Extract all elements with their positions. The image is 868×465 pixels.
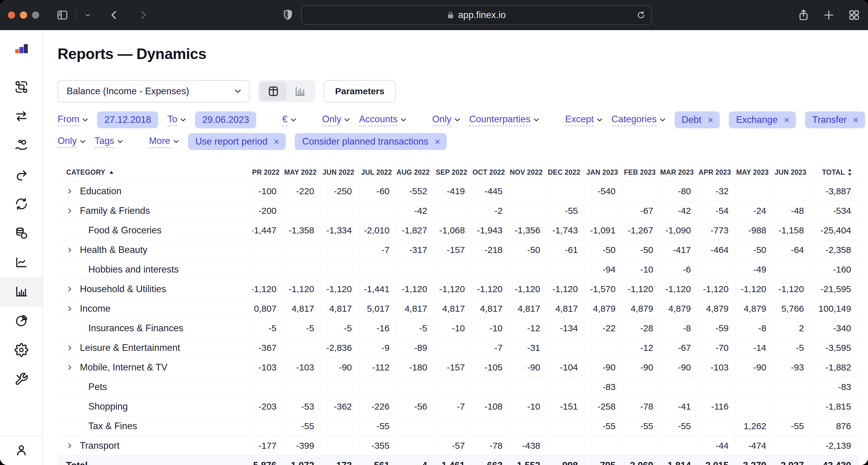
- expand-chevron-icon[interactable]: [66, 364, 73, 371]
- debts-icon: [14, 138, 28, 153]
- close-window-button[interactable]: [8, 11, 15, 19]
- sidebar-item-structure-report[interactable]: [0, 307, 42, 336]
- value-cell: -180: [396, 358, 434, 377]
- sidebar-item-structure[interactable]: [0, 73, 42, 102]
- category-cell[interactable]: Pets: [58, 377, 252, 397]
- sidebar-toggle-icon[interactable]: [56, 9, 69, 22]
- value-cell: -64: [773, 240, 811, 260]
- sidebar-item-settings[interactable]: [0, 336, 42, 365]
- expand-chevron-icon[interactable]: [66, 188, 73, 195]
- privacy-shield-icon[interactable]: [282, 9, 293, 21]
- filter-link-label: From: [58, 114, 79, 126]
- filter-link-only[interactable]: Only: [322, 114, 350, 126]
- sidebar-item-debts[interactable]: [0, 131, 42, 161]
- filter-link-only[interactable]: Only: [58, 135, 86, 148]
- category-label: Tax & Fines: [88, 421, 137, 432]
- expand-chevron-icon[interactable]: [66, 305, 73, 312]
- category-cell[interactable]: Transport: [58, 436, 252, 456]
- category-label: Health & Beauty: [80, 244, 147, 255]
- category-cell[interactable]: Mobile, Internet & TV: [58, 358, 252, 377]
- value-cell: [547, 377, 585, 397]
- filter-link-counterparties[interactable]: Counterparties: [469, 114, 539, 126]
- table-view-button[interactable]: [260, 82, 287, 101]
- date-pill-29-06-2023[interactable]: 29.06.2023: [195, 111, 256, 128]
- category-cell[interactable]: Family & Friends: [58, 201, 252, 221]
- expand-chevron-icon[interactable]: [66, 207, 73, 214]
- sidebar-item-currencies[interactable]: [0, 219, 42, 248]
- minimize-window-button[interactable]: [20, 11, 27, 19]
- chevron-down-icon: [401, 118, 406, 122]
- filter-link-except[interactable]: Except: [565, 114, 602, 126]
- reload-icon[interactable]: [636, 10, 646, 20]
- date-pill-27-12-2018[interactable]: 27.12.2018: [97, 111, 158, 128]
- value-cell: [509, 201, 547, 221]
- sidebar-item-dynamics-report[interactable]: [0, 277, 42, 307]
- sidebar-item-trends[interactable]: [0, 248, 42, 277]
- category-cell[interactable]: Education: [58, 181, 252, 201]
- expand-chevron-icon[interactable]: [66, 246, 73, 254]
- filter-tag-debt: Debt: [675, 111, 720, 128]
- category-row-income: Income0,8074,8174,8175,0174,8174,8174,81…: [58, 299, 859, 319]
- back-button[interactable]: [108, 9, 120, 21]
- remove-tag-button[interactable]: [273, 138, 280, 145]
- sidebar-dropdown-chevron-icon[interactable]: [84, 12, 91, 19]
- column-header-total[interactable]: TOTAL: [811, 163, 859, 181]
- forward-button[interactable]: [137, 9, 149, 21]
- category-cell[interactable]: Income: [58, 299, 252, 319]
- remove-tag-button[interactable]: [852, 117, 859, 123]
- category-cell[interactable]: Household & Utilities: [58, 279, 252, 299]
- column-header-category[interactable]: CATEGORY: [58, 163, 252, 181]
- zoom-window-button[interactable]: [32, 11, 39, 19]
- value-cell: -80: [660, 181, 698, 201]
- chart-view-button[interactable]: [287, 82, 313, 101]
- sidebar: [0, 30, 43, 465]
- category-cell[interactable]: Insurances & Finances: [58, 319, 252, 338]
- filter-link-tags[interactable]: Tags: [95, 135, 123, 148]
- currencies-icon: [14, 226, 28, 241]
- filter-link-accounts[interactable]: Accounts: [359, 114, 406, 126]
- tab-overview-icon[interactable]: [848, 9, 860, 21]
- filter-link-more[interactable]: More: [149, 135, 179, 148]
- value-cell: -1,120: [321, 279, 359, 299]
- remove-tag-button[interactable]: [434, 138, 441, 145]
- category-cell[interactable]: Shopping: [58, 397, 252, 417]
- filter-link-to[interactable]: To: [167, 114, 186, 126]
- remove-tag-button[interactable]: [707, 117, 714, 123]
- category-cell[interactable]: Hobbies and interests: [58, 260, 252, 279]
- filter-link-categories[interactable]: Categories: [612, 114, 665, 126]
- value-cell: [252, 417, 283, 436]
- category-cell[interactable]: Leisure & Entertainment: [58, 338, 252, 358]
- filter-link-only[interactable]: Only: [432, 114, 460, 126]
- column-header-month: SEP 2022: [434, 163, 472, 181]
- expand-chevron-icon[interactable]: [66, 286, 73, 293]
- category-cell[interactable]: Tax & Fines: [58, 417, 252, 436]
- value-cell: -10: [622, 260, 660, 279]
- share-icon[interactable]: [798, 8, 809, 22]
- expand-chevron-icon[interactable]: [66, 344, 73, 352]
- value-cell: -1,158: [773, 221, 811, 240]
- sidebar-item-planned[interactable]: [0, 161, 42, 190]
- filter-link-item[interactable]: €: [282, 114, 296, 126]
- value-cell: -55: [660, 417, 698, 436]
- category-label: Insurances & Finances: [88, 323, 183, 334]
- column-header-month: AUG 2022: [396, 163, 434, 181]
- filter-link-from[interactable]: From: [58, 114, 88, 126]
- new-tab-icon[interactable]: [823, 9, 835, 21]
- sidebar-item-profile[interactable]: [0, 436, 42, 465]
- remove-tag-button[interactable]: [784, 117, 790, 123]
- value-cell: -21,595: [811, 279, 859, 299]
- value-cell: -367: [252, 338, 283, 358]
- expand-chevron-icon[interactable]: [66, 442, 73, 449]
- parameters-button[interactable]: Parameters: [324, 80, 396, 102]
- address-bar[interactable]: app.finex.io: [301, 5, 652, 25]
- sidebar-item-transfers[interactable]: [0, 102, 42, 131]
- category-cell[interactable]: Food & Groceries: [58, 221, 252, 240]
- sidebar-item-repeat[interactable]: [0, 190, 42, 219]
- sidebar-item-tools[interactable]: [0, 365, 42, 394]
- category-cell[interactable]: Health & Beauty: [58, 240, 252, 260]
- filter-tag-label: Transfer: [812, 114, 846, 125]
- report-type-select[interactable]: Balance (Income - Expenses): [58, 80, 250, 102]
- filter-link-label: Categories: [612, 114, 657, 126]
- value-cell: -108: [472, 397, 509, 417]
- filter-link-label: €: [282, 114, 287, 126]
